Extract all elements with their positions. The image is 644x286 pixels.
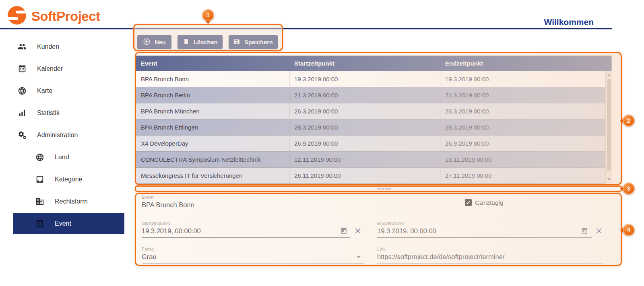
column-header-event[interactable]: Event <box>136 56 289 71</box>
allday-checkbox-label: Ganztägig <box>475 199 504 206</box>
annotation-marker-2: 2 <box>623 115 635 127</box>
sidebar-label: Land <box>55 154 69 161</box>
end-field-input[interactable]: 19.3.2019, 00:00:00 <box>377 227 436 235</box>
cell-event: CONCULECTRA Symposium Netzleittechnik <box>136 152 289 167</box>
cell-end: 28.3.2019 00:00 <box>440 119 605 135</box>
color-select[interactable]: Grau <box>142 253 157 261</box>
cell-end: 26.3.2019 00:00 <box>440 103 605 119</box>
sidebar-label: Karte <box>37 87 52 95</box>
cell-start: 26.9.2019 00:00 <box>289 136 440 151</box>
sidebar-label: Kalender <box>37 65 63 72</box>
cell-event: BPA Brunch Ettlingen <box>136 119 289 135</box>
annotation-pointer-1 <box>205 21 211 24</box>
sidebar-label: Rechtsform <box>55 198 88 205</box>
delete-button[interactable]: Löschen <box>178 35 223 49</box>
table-row[interactable]: BPA Brunch Bonn 19.3.2019 00:00 19.3.201… <box>136 71 605 87</box>
start-field-underline <box>142 237 350 238</box>
inbox-icon <box>35 175 44 184</box>
softproject-logo-text: SoftProject <box>31 9 100 24</box>
sidebar-label: Administration <box>37 132 78 139</box>
annotation-pointer-2 <box>620 118 623 123</box>
link-field-input[interactable]: https://softproject.de/de/softproject/te… <box>377 253 504 261</box>
cell-start: 28.3.2019 00:00 <box>289 119 440 135</box>
cell-start: 19.3.2019 00:00 <box>289 71 440 87</box>
sidebar-item-kalender[interactable]: Kalender <box>0 58 133 80</box>
scroll-up-icon[interactable] <box>607 74 611 76</box>
event-field-label: Event <box>142 195 153 200</box>
end-field-label: Endzeitpunkt <box>377 221 404 226</box>
column-header-endzeitpunkt[interactable]: Endzeitpunkt <box>440 56 611 71</box>
start-field-label: Startzeitpunkt <box>142 221 170 226</box>
sidebar-item-rechtsform[interactable]: Rechtsform <box>0 190 133 212</box>
scroll-down-icon[interactable] <box>607 178 611 181</box>
button-label: Speichern <box>244 39 272 45</box>
start-datepicker-icon[interactable] <box>340 227 347 236</box>
trash-icon <box>183 38 190 46</box>
sidebar-label: Kategorie <box>55 176 83 183</box>
button-label: Neu <box>155 39 165 45</box>
sidebar-item-kunden[interactable]: Kunden <box>0 35 133 58</box>
color-field-underline <box>142 263 364 263</box>
bar-chart-icon <box>18 109 27 117</box>
splitter-handle[interactable] <box>136 185 612 192</box>
globe-icon <box>35 153 44 162</box>
table-row[interactable]: BPA Brunch München 26.3.2019 00:00 26.3.… <box>136 103 605 119</box>
column-header-startzeitpunkt[interactable]: Startzeitpunkt <box>289 56 440 71</box>
table-row[interactable]: BPA Brunch Ettlingen 28.3.2019 00:00 28.… <box>136 119 605 136</box>
cell-event: BPA Brunch Bonn <box>136 71 289 87</box>
welcome-text: Willkommen <box>544 17 594 27</box>
gears-icon <box>18 131 27 140</box>
scrollbar-thumb[interactable] <box>607 79 611 171</box>
cell-event: BPA Brunch Berlin <box>136 87 289 103</box>
table-row[interactable]: BPA Brunch Berlin 21.3.2019 00:00 21.3.2… <box>136 87 605 103</box>
sidebar-item-event[interactable]: Event <box>13 213 124 234</box>
calendar-icon <box>35 219 44 228</box>
table-row[interactable]: X4 DeveloperDay 26.9.2019 00:00 26.9.201… <box>136 136 605 152</box>
cell-start: 26.3.2019 00:00 <box>289 103 440 119</box>
color-dropdown-caret-icon[interactable] <box>357 256 361 258</box>
annotation-marker-1: 1 <box>202 9 214 21</box>
annotation-marker-4: 4 <box>623 224 635 236</box>
cell-event: X4 DeveloperDay <box>136 136 289 151</box>
calendar-icon <box>18 64 27 73</box>
plus-circle-icon <box>143 38 151 47</box>
sidebar-item-land[interactable]: Land <box>0 146 133 168</box>
people-icon <box>18 42 27 51</box>
end-field-underline <box>377 237 592 238</box>
save-button[interactable]: Speichern <box>229 35 278 49</box>
cell-end: 27.11.2019 00:00 <box>440 168 605 183</box>
event-field-underline <box>142 211 364 211</box>
end-datepicker-icon[interactable] <box>581 227 588 236</box>
sidebar-item-administration[interactable]: Administration <box>0 124 133 146</box>
cell-event: Messekongress IT für Versicherungen <box>136 168 289 183</box>
sidebar-item-statistik[interactable]: Statistik <box>0 102 133 124</box>
end-clear-icon[interactable] <box>595 227 603 237</box>
cell-end: 26.9.2019 00:00 <box>440 136 605 151</box>
link-field-label: Link <box>377 247 386 251</box>
start-clear-icon[interactable] <box>354 227 362 237</box>
save-icon <box>233 38 240 46</box>
color-field-label: Farbe <box>142 247 154 251</box>
cell-start: 26.11.2019 00:00 <box>289 168 440 183</box>
link-field-underline <box>377 263 603 263</box>
event-field-input[interactable]: BPA Brunch Bonn <box>142 201 194 209</box>
header-divider <box>0 28 612 29</box>
sidebar-item-kategorie[interactable]: Kategorie <box>0 168 133 190</box>
allday-checkbox[interactable] <box>465 199 472 206</box>
sidebar-label: Event <box>55 220 71 227</box>
start-field-input[interactable]: 19.3.2019, 00:00:00 <box>142 227 201 235</box>
table-scrollbar[interactable] <box>605 71 612 183</box>
annotation-marker-3: 3 <box>623 183 635 195</box>
table-row[interactable]: CONCULECTRA Symposium Netzleittechnik 12… <box>136 152 605 168</box>
table-row[interactable]: Messekongress IT für Versicherungen 26.1… <box>136 168 605 184</box>
cell-end: 13.11.2019 00:00 <box>440 152 605 167</box>
sidebar-label: Statistik <box>37 109 60 117</box>
new-button[interactable]: Neu <box>137 35 171 49</box>
annotation-pointer-3 <box>620 186 623 191</box>
cell-end: 21.3.2019 00:00 <box>440 87 605 103</box>
cell-start: 21.3.2019 00:00 <box>289 87 440 103</box>
globe-icon <box>18 86 27 95</box>
events-table: Event Startzeitpunkt Endzeitpunkt BPA Br… <box>136 56 612 183</box>
sidebar-item-karte[interactable]: Karte <box>0 80 133 102</box>
drag-dots-icon <box>377 187 392 191</box>
